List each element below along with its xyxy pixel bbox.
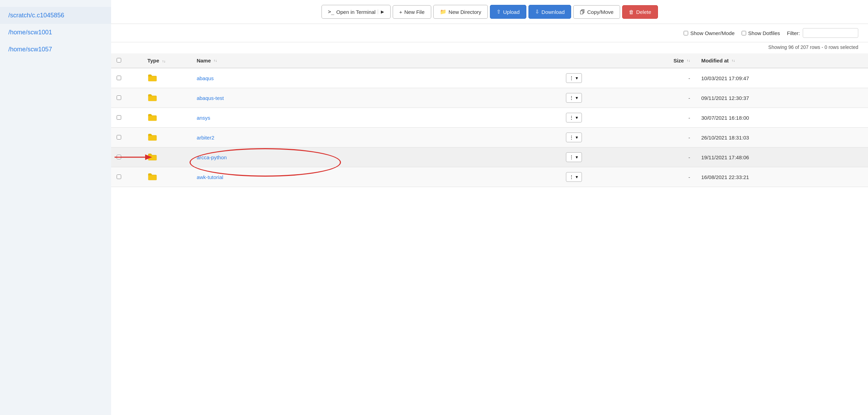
row-size-cell: - bbox=[610, 147, 696, 167]
folder-icon bbox=[148, 74, 157, 82]
show-owner-mode-checkbox-label[interactable]: Show Owner/Mode bbox=[684, 30, 735, 36]
row-type-cell bbox=[142, 88, 191, 108]
select-all-checkbox[interactable] bbox=[117, 58, 121, 62]
annotated-row-wrapper: arcca-python bbox=[197, 154, 227, 160]
svg-rect-5 bbox=[148, 175, 157, 180]
new-file-button[interactable]: + New File bbox=[393, 5, 431, 19]
row-name-cell: arbiter2 bbox=[191, 128, 560, 147]
folder-icon bbox=[148, 113, 157, 121]
row-checkbox[interactable] bbox=[117, 76, 121, 80]
row-modified-cell: 09/11/2021 12:30:37 bbox=[696, 88, 868, 108]
header-checkbox-col bbox=[111, 53, 142, 68]
copy-icon: 🗍 bbox=[580, 9, 585, 15]
trash-icon: 🗑 bbox=[629, 9, 634, 15]
row-type-cell bbox=[142, 128, 191, 147]
row-checkbox[interactable] bbox=[117, 95, 121, 100]
row-modified-cell: 19/11/2021 17:48:06 bbox=[696, 147, 868, 167]
show-dotfiles-checkbox-label[interactable]: Show Dotfiles bbox=[742, 30, 780, 36]
header-modified-col[interactable]: Modified at ↑↓ bbox=[696, 53, 868, 68]
row-name-cell: awk-tutorial bbox=[191, 167, 560, 187]
plus-icon: + bbox=[399, 9, 402, 15]
row-checkbox[interactable] bbox=[117, 175, 121, 179]
sidebar-item-home-scw1057[interactable]: /home/scw1057 bbox=[0, 41, 111, 58]
row-modified-cell: 10/03/2021 17:09:47 bbox=[696, 68, 868, 88]
row-name-cell: arcca-python bbox=[191, 147, 560, 167]
table-row: ansys⋮ ▼-30/07/2021 16:18:00 bbox=[111, 108, 868, 128]
new-directory-button[interactable]: 📁 New Directory bbox=[433, 5, 488, 19]
row-checkbox-cell bbox=[111, 88, 142, 108]
sidebar-item-scratch[interactable]: /scratch/c.c1045856 bbox=[0, 7, 111, 24]
row-name-cell: ansys bbox=[191, 108, 560, 128]
options-bar: Show Owner/Mode Show Dotfiles Filter: bbox=[111, 24, 868, 42]
row-action-button[interactable]: ⋮ ▼ bbox=[566, 133, 582, 142]
row-actions-cell: ⋮ ▼ bbox=[560, 147, 610, 167]
svg-rect-3 bbox=[148, 136, 157, 141]
row-checkbox[interactable] bbox=[117, 135, 121, 139]
header-type-col[interactable]: Type ↑↓ bbox=[142, 53, 191, 68]
row-actions-cell: ⋮ ▼ bbox=[560, 88, 610, 108]
folder-icon bbox=[148, 153, 157, 161]
row-size-cell: - bbox=[610, 88, 696, 108]
filter-section: Filter: bbox=[787, 28, 859, 38]
open-terminal-button[interactable]: >_ Open in Terminal ▶ bbox=[322, 5, 391, 19]
upload-icon: ⇧ bbox=[496, 9, 501, 15]
row-actions-cell: ⋮ ▼ bbox=[560, 108, 610, 128]
row-checkbox[interactable] bbox=[117, 115, 121, 120]
filter-label: Filter: bbox=[787, 30, 800, 36]
row-actions-cell: ⋮ ▼ bbox=[560, 68, 610, 88]
table-row: arbiter2⋮ ▼-26/10/2021 18:31:03 bbox=[111, 128, 868, 147]
row-size-cell: - bbox=[610, 167, 696, 187]
toolbar: >_ Open in Terminal ▶ + New File 📁 New D… bbox=[111, 0, 868, 24]
row-type-cell bbox=[142, 167, 191, 187]
header-size-col[interactable]: Size ↑↓ bbox=[610, 53, 696, 68]
file-link[interactable]: arbiter2 bbox=[197, 135, 214, 141]
svg-rect-4 bbox=[148, 155, 157, 160]
upload-button[interactable]: ⇧ Upload bbox=[490, 5, 526, 19]
folder-icon bbox=[148, 133, 157, 141]
delete-button[interactable]: 🗑 Delete bbox=[622, 5, 658, 19]
folder-icon bbox=[148, 94, 157, 101]
row-modified-cell: 30/07/2021 16:18:00 bbox=[696, 108, 868, 128]
row-action-button[interactable]: ⋮ ▼ bbox=[566, 113, 582, 122]
modified-sort-icons: ↑↓ bbox=[732, 59, 735, 62]
download-button[interactable]: ⇩ Download bbox=[528, 5, 571, 19]
folder-icon bbox=[148, 173, 157, 180]
row-checkbox[interactable] bbox=[117, 155, 121, 159]
filter-input[interactable] bbox=[803, 28, 858, 38]
terminal-icon: >_ bbox=[328, 9, 334, 15]
row-modified-cell: 26/10/2021 18:31:03 bbox=[696, 128, 868, 147]
table-header-row: Type ↑↓ Name ↑↓ Size bbox=[111, 53, 868, 68]
row-action-button[interactable]: ⋮ ▼ bbox=[566, 172, 582, 182]
size-sort-icons: ↑↓ bbox=[687, 59, 690, 62]
show-dotfiles-checkbox[interactable] bbox=[742, 31, 746, 35]
row-checkbox-cell bbox=[111, 147, 142, 167]
row-actions-cell: ⋮ ▼ bbox=[560, 128, 610, 147]
table-row: awk-tutorial⋮ ▼-16/08/2021 22:33:21 bbox=[111, 167, 868, 187]
row-type-cell bbox=[142, 108, 191, 128]
file-link[interactable]: ansys bbox=[197, 115, 210, 121]
row-action-button[interactable]: ⋮ ▼ bbox=[566, 73, 582, 83]
row-actions-cell: ⋮ ▼ bbox=[560, 167, 610, 187]
row-action-button[interactable]: ⋮ ▼ bbox=[566, 93, 582, 103]
table-row: abaqus⋮ ▼-10/03/2021 17:09:47 bbox=[111, 68, 868, 88]
file-link[interactable]: awk-tutorial bbox=[197, 174, 223, 180]
show-owner-mode-checkbox[interactable] bbox=[684, 31, 688, 35]
type-sort-icons: ↑↓ bbox=[162, 60, 166, 63]
copy-move-button[interactable]: 🗍 Copy/Move bbox=[573, 5, 620, 19]
row-checkbox-cell bbox=[111, 128, 142, 147]
row-type-cell bbox=[142, 68, 191, 88]
svg-rect-2 bbox=[148, 116, 157, 121]
file-link[interactable]: abaqus-test bbox=[197, 95, 224, 101]
row-size-cell: - bbox=[610, 68, 696, 88]
file-link[interactable]: abaqus bbox=[197, 75, 214, 81]
svg-rect-1 bbox=[148, 96, 157, 101]
row-name-cell: abaqus bbox=[191, 68, 560, 88]
name-sort-icons: ↑↓ bbox=[214, 59, 217, 62]
row-action-button[interactable]: ⋮ ▼ bbox=[566, 152, 582, 162]
file-link[interactable]: arcca-python bbox=[197, 154, 227, 160]
sidebar-item-home-scw1001[interactable]: /home/scw1001 bbox=[0, 24, 111, 41]
row-size-cell: - bbox=[610, 108, 696, 128]
header-actions-col bbox=[560, 53, 610, 68]
row-type-cell bbox=[142, 147, 191, 167]
header-name-col[interactable]: Name ↑↓ bbox=[191, 53, 560, 68]
